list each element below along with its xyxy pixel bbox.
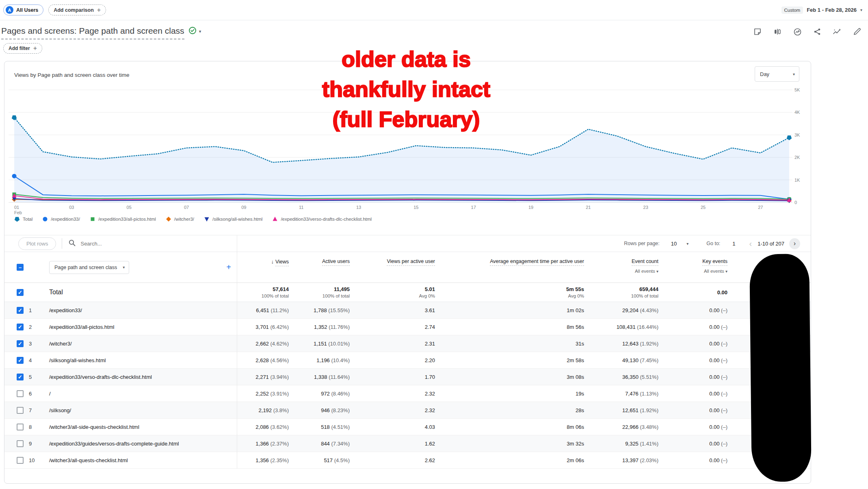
cell-event-count: 49,130 (7.45%) xyxy=(584,357,658,363)
page-path: /expedition33/ xyxy=(45,307,237,313)
cell-event-count: 12,643 (1.92%) xyxy=(584,341,658,347)
cell-avg-engagement-time: 1m 02s xyxy=(435,307,584,313)
chevron-down-icon[interactable]: ▾ xyxy=(199,29,201,34)
legend-item[interactable]: /witcher3/ xyxy=(166,216,194,222)
cell-event-count: 29,204 (4.43%) xyxy=(584,307,658,313)
comparison-icon[interactable] xyxy=(773,27,782,36)
cell-key-events: 0.00 (–) xyxy=(658,357,727,363)
svg-text:11: 11 xyxy=(299,205,303,210)
key-events-filter[interactable]: All events ▾ xyxy=(658,269,727,274)
cell-views: 2,662 (4.62%) xyxy=(237,341,289,347)
cell-event-count: 9,325 (1.41%) xyxy=(584,441,658,447)
insights-sparkle-icon[interactable] xyxy=(833,27,842,36)
chart-legend: Total/expedition33//expedition33/all-pic… xyxy=(14,216,372,222)
cell-active-users: 1,196 (10.4%) xyxy=(289,357,350,363)
page-path: /witcher3/ xyxy=(45,341,237,347)
table-row: 8/witcher3/all-side-quests-checklist.htm… xyxy=(4,419,811,435)
table-header: – Page path and screen class ▾ + ↓Views … xyxy=(4,252,811,283)
cell-key-events: 0.00 (–) xyxy=(658,391,727,397)
column-header-views[interactable]: ↓Views xyxy=(237,252,289,266)
column-header-active-users[interactable]: Active users xyxy=(289,252,350,266)
svg-text:23: 23 xyxy=(643,205,648,210)
add-filter-button[interactable]: Add filter + xyxy=(3,43,42,54)
table-row: 6/2,252 (3.91%)972 (8.46%)2.3219s7,476 (… xyxy=(4,385,811,402)
page-path: /silksong/ xyxy=(45,407,237,413)
views-over-time-chart: 01K2K3K4K5K01Feb030507091113151719212325… xyxy=(4,61,811,235)
row-checkbox[interactable]: ✓ xyxy=(17,324,24,330)
row-number: 8 xyxy=(27,424,32,430)
column-header-avg-engagement-time[interactable]: Average engagement time per active user xyxy=(435,252,584,266)
row-checkbox[interactable] xyxy=(17,390,24,397)
legend-item[interactable]: /silksong/all-wishes.html xyxy=(204,216,262,222)
svg-text:15: 15 xyxy=(413,205,418,210)
svg-text:3K: 3K xyxy=(794,133,800,137)
cell-key-events: 0.00 (–) xyxy=(658,441,727,447)
legend-marker-icon xyxy=(14,216,20,222)
cell-key-events: 0.00 (–) xyxy=(658,341,727,347)
total-row-checkbox[interactable]: ✓ xyxy=(17,289,24,296)
rows-per-page-label: Rows per page: xyxy=(624,241,660,246)
dimension-select[interactable]: Page path and screen class ▾ xyxy=(49,261,129,274)
cell-views: 2,271 (3.94%) xyxy=(237,374,289,380)
row-checkbox[interactable]: ✓ xyxy=(17,374,24,380)
cell-views: 2,086 (3.62%) xyxy=(237,424,289,430)
legend-item[interactable]: /expedition33/ xyxy=(42,216,80,222)
row-checkbox[interactable]: ✓ xyxy=(17,357,24,364)
previous-page-icon[interactable]: ‹ xyxy=(749,239,752,248)
svg-text:01: 01 xyxy=(14,205,19,210)
share-icon[interactable] xyxy=(813,27,822,36)
select-all-checkbox[interactable]: – xyxy=(17,264,24,271)
chevron-down-icon[interactable]: ▾ xyxy=(860,8,862,12)
chart-section: 01K2K3K4K5K01Feb030507091113151719212325… xyxy=(4,61,811,235)
row-checkbox[interactable] xyxy=(17,407,24,414)
table-row: ✓1/expedition33/6,451 (11.2%)1,788 (15.5… xyxy=(4,302,811,319)
date-range-picker[interactable]: Feb 1 - Feb 28, 2026 xyxy=(807,7,857,13)
row-checkbox[interactable] xyxy=(17,457,24,464)
all-users-segment-chip[interactable]: A All Users xyxy=(3,4,43,15)
plot-rows-button[interactable]: Plot rows xyxy=(18,237,56,250)
cell-avg-engagement-time: 3m 32s xyxy=(435,441,584,447)
cell-event-count: 7,476 (1.13%) xyxy=(584,391,658,397)
svg-text:2K: 2K xyxy=(794,155,800,160)
chevron-down-icon[interactable]: ▾ xyxy=(686,241,688,246)
cell-active-users: 518 (4.51%) xyxy=(289,424,350,430)
data-quality-icon[interactable] xyxy=(188,26,197,36)
row-checkbox[interactable]: ✓ xyxy=(17,340,24,347)
cell-views: 6,451 (11.2%) xyxy=(237,307,289,313)
legend-item[interactable]: Total xyxy=(14,216,32,222)
cell-active-users: 517 (4.5%) xyxy=(289,457,350,463)
search-input[interactable] xyxy=(80,241,202,247)
add-comparison-button[interactable]: Add comparison + xyxy=(48,4,106,15)
insights-circle-icon[interactable] xyxy=(793,27,802,36)
table-row: ✓4/silksong/all-wishes.html2,628 (4.56%)… xyxy=(4,352,811,369)
cell-views: 2,252 (3.91%) xyxy=(237,391,289,397)
table-row: ✓2/expedition33/all-pictos.html3,701 (6.… xyxy=(4,319,811,335)
row-checkbox[interactable] xyxy=(17,424,24,430)
notes-icon[interactable] xyxy=(753,27,762,36)
legend-marker-icon xyxy=(166,216,171,222)
cell-active-users: 1,788 (15.55%) xyxy=(289,307,350,313)
goto-value[interactable]: 1 xyxy=(732,241,735,247)
rows-per-page-value[interactable]: 10 xyxy=(671,241,677,247)
edit-icon[interactable] xyxy=(853,27,862,36)
svg-text:05: 05 xyxy=(127,205,132,210)
next-page-icon[interactable]: › xyxy=(789,238,800,249)
cell-avg-engagement-time: 3m 08s xyxy=(435,374,584,380)
svg-text:19: 19 xyxy=(528,205,533,210)
column-header-event-count[interactable]: Event count All events ▾ xyxy=(584,252,658,274)
legend-item[interactable]: /expedition33/all-pictos.html xyxy=(90,216,156,222)
row-checkbox[interactable] xyxy=(17,440,24,447)
add-column-button[interactable]: + xyxy=(226,263,237,272)
page-title[interactable]: Pages and screens: Page path and screen … xyxy=(1,26,184,39)
column-header-key-events[interactable]: Key events All events ▾ xyxy=(658,252,727,274)
search-icon xyxy=(69,239,76,248)
row-checkbox[interactable]: ✓ xyxy=(17,307,24,314)
column-header-views-per-active-user[interactable]: Views per active user xyxy=(350,252,435,266)
table-row: 9/expedition33/guides/versos-drafts-comp… xyxy=(4,435,811,452)
cell-views: 2,628 (4.56%) xyxy=(237,357,289,363)
event-count-filter[interactable]: All events ▾ xyxy=(584,269,658,274)
granularity-select[interactable]: Day ▾ xyxy=(755,66,799,82)
total-label: Total xyxy=(45,289,237,296)
column-divider xyxy=(237,235,237,469)
legend-item[interactable]: /expedition33/verso-drafts-dlc-checklist… xyxy=(272,216,372,222)
